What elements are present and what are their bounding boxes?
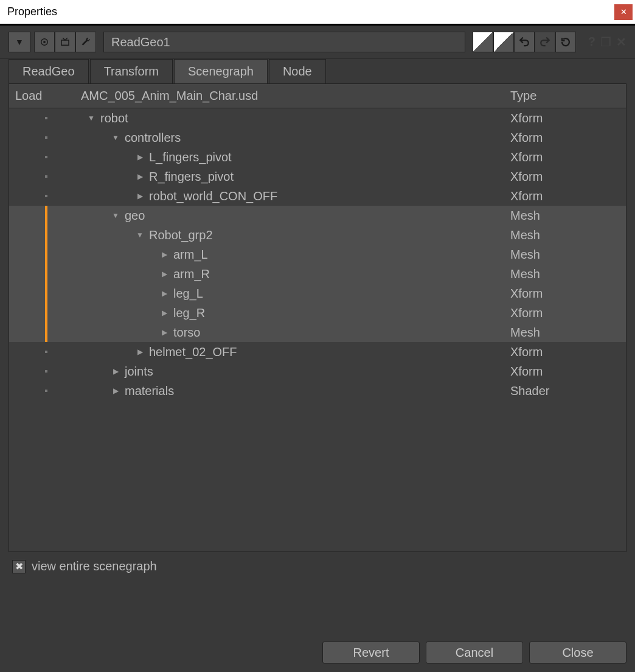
column-header-name[interactable]: AMC_005_Anim_Main_Char.usd [77, 89, 504, 103]
tree-item-label: controllers [125, 131, 181, 145]
triangle-down-icon: ▼ [15, 37, 24, 47]
tab-readgeo[interactable]: ReadGeo [9, 59, 89, 83]
float-panel-button[interactable]: ❐ [600, 35, 611, 49]
tab-node[interactable]: Node [269, 59, 326, 83]
name-cell: arm_R [77, 267, 504, 281]
expand-icon[interactable] [160, 289, 168, 298]
expand-icon[interactable] [136, 348, 144, 356]
tree-item-label: helmet_02_OFF [149, 345, 237, 359]
expand-icon[interactable] [160, 250, 168, 259]
dialog-buttons: Revert Cancel Close [322, 642, 626, 663]
tree-row[interactable]: geoMesh [9, 206, 626, 225]
help-button[interactable]: ? [588, 35, 595, 49]
load-cell[interactable] [9, 175, 77, 178]
node-name-field[interactable]: ReadGeo1 [103, 32, 465, 52]
tree-row[interactable]: helmet_02_OFFXform [9, 342, 626, 362]
load-cell[interactable] [9, 303, 77, 323]
type-cell: Xform [504, 345, 626, 359]
toolbar-icon-group [34, 32, 96, 52]
expand-icon[interactable] [160, 328, 168, 337]
column-header-type[interactable]: Type [504, 89, 626, 103]
name-cell: Robot_grp2 [77, 228, 504, 242]
redo-button[interactable] [535, 32, 555, 52]
name-cell: robot_world_CON_OFF [77, 189, 504, 203]
tab-transform[interactable]: Transform [90, 59, 173, 83]
tree-row[interactable]: robotXform [9, 108, 626, 128]
tree-row[interactable]: materialsShader [9, 381, 626, 401]
load-cell[interactable] [9, 225, 77, 245]
tree-row[interactable]: arm_RMesh [9, 264, 626, 284]
name-cell: leg_L [77, 287, 504, 301]
tree-row[interactable]: jointsXform [9, 362, 626, 381]
scenegraph-tree[interactable]: robotXformcontrollersXformL_fingers_pivo… [9, 108, 626, 551]
tree-item-label: arm_R [173, 267, 210, 281]
expand-icon[interactable] [111, 387, 120, 395]
toolbar-right-group [473, 32, 576, 52]
expand-icon[interactable] [111, 367, 120, 376]
tree-row[interactable]: torsoMesh [9, 323, 626, 342]
tree-row[interactable]: controllersXform [9, 128, 626, 147]
footer-options: ✖ view entire scenegraph [0, 552, 635, 581]
expand-icon[interactable] [136, 192, 144, 200]
load-cell[interactable] [9, 351, 77, 353]
center-node-button[interactable] [34, 32, 55, 52]
tree-item-label: Robot_grp2 [149, 228, 213, 242]
type-cell: Mesh [504, 248, 626, 262]
tree-row[interactable]: Robot_grp2Mesh [9, 225, 626, 245]
tree-row[interactable]: L_fingers_pivotXform [9, 147, 626, 167]
expand-icon[interactable] [136, 153, 144, 161]
tab-bar: ReadGeoTransformScenegraphNode [0, 59, 635, 83]
close-panel-button[interactable]: ✕ [616, 35, 626, 49]
load-cell[interactable] [9, 195, 77, 197]
tab-scenegraph[interactable]: Scenegraph [174, 59, 268, 83]
load-cell[interactable] [9, 370, 77, 373]
tree-row[interactable]: R_fingers_pivotXform [9, 167, 626, 186]
load-cell[interactable] [9, 206, 77, 225]
column-header-load[interactable]: Load [9, 89, 77, 103]
tree-row[interactable]: leg_LXform [9, 284, 626, 303]
collapse-icon[interactable] [136, 231, 144, 239]
load-cell[interactable] [9, 323, 77, 342]
load-indicator-dot [45, 390, 47, 392]
load-indicator-dot [45, 175, 47, 178]
undo-button[interactable] [514, 32, 535, 52]
node-menu-dropdown[interactable]: ▼ [9, 32, 30, 52]
load-indicator-dot [45, 351, 47, 353]
titlebar: Properties ✕ [0, 0, 635, 26]
tree-row[interactable]: leg_RXform [9, 303, 626, 323]
load-cell[interactable] [9, 264, 77, 284]
load-cell[interactable] [9, 136, 77, 139]
load-cell[interactable] [9, 390, 77, 392]
tree-row[interactable]: arm_LMesh [9, 245, 626, 264]
collapse-icon[interactable] [111, 211, 120, 220]
expand-icon[interactable] [136, 172, 144, 181]
load-cell[interactable] [9, 156, 77, 158]
tree-row[interactable]: robot_world_CON_OFFXform [9, 186, 626, 206]
tree-item-label: arm_L [173, 248, 208, 262]
mask-a-button[interactable] [473, 32, 493, 52]
close-button[interactable]: Close [529, 642, 626, 663]
mask-b-button[interactable] [493, 32, 514, 52]
load-cell[interactable] [9, 284, 77, 303]
revert-button[interactable]: Revert [322, 642, 420, 663]
name-cell: arm_L [77, 248, 504, 262]
cancel-button[interactable]: Cancel [426, 642, 523, 663]
name-cell: L_fingers_pivot [77, 150, 504, 164]
window-close-button[interactable]: ✕ [614, 4, 633, 20]
load-indicator-bar [45, 284, 47, 303]
viewer-link-button[interactable] [55, 32, 75, 52]
reload-button[interactable] [555, 32, 576, 52]
collapse-icon[interactable] [111, 133, 120, 142]
type-cell: Shader [504, 384, 626, 398]
settings-button[interactable] [75, 32, 96, 52]
load-indicator-bar [45, 323, 47, 342]
expand-icon[interactable] [160, 309, 168, 317]
load-indicator-dot [45, 136, 47, 139]
type-cell: Xform [504, 111, 626, 125]
collapse-icon[interactable] [87, 114, 95, 122]
load-cell[interactable] [9, 117, 77, 119]
load-cell[interactable] [9, 245, 77, 264]
expand-icon[interactable] [160, 270, 168, 278]
load-indicator-dot [45, 370, 47, 373]
view-entire-scenegraph-checkbox[interactable]: ✖ [12, 560, 26, 573]
